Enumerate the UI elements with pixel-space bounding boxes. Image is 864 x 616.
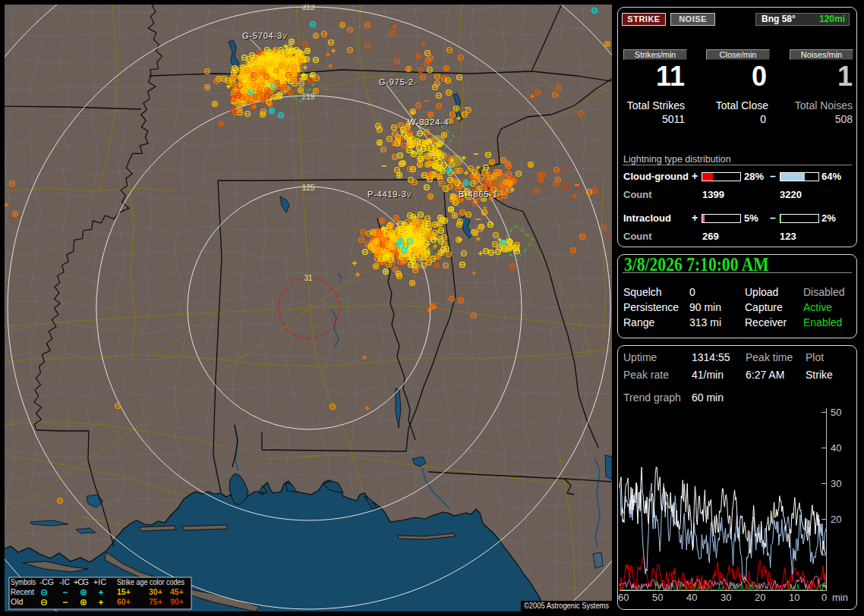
svg-text:0: 0	[821, 592, 827, 603]
svg-text:40: 40	[686, 592, 697, 603]
svg-text:20: 20	[831, 514, 841, 525]
svg-text:50: 50	[831, 407, 841, 418]
svg-text:30: 30	[831, 478, 841, 489]
svg-text:40: 40	[831, 442, 841, 454]
svg-text:60: 60	[618, 592, 629, 603]
svg-text:10: 10	[789, 592, 799, 603]
svg-text:20: 20	[755, 592, 765, 603]
svg-text:min: min	[832, 592, 848, 603]
svg-text:30: 30	[721, 592, 731, 603]
svg-text:50: 50	[652, 592, 663, 603]
